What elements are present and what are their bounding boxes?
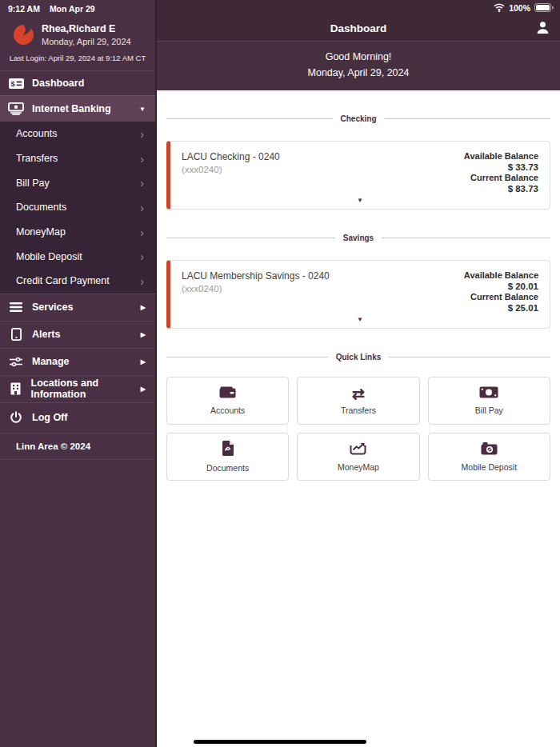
- chevron-right-icon: ›: [140, 153, 144, 165]
- sidebar-item-manage[interactable]: Manage ▶: [0, 348, 155, 375]
- building-icon: [8, 382, 23, 395]
- main-header: 100% Dashboard: [157, 0, 560, 90]
- divider-line: [166, 118, 333, 119]
- quick-link-accounts[interactable]: Accounts: [166, 377, 289, 425]
- transfer-arrows-icon: ⇄: [352, 386, 365, 401]
- sidebar-item-dashboard[interactable]: $ Dashboard: [0, 70, 155, 95]
- subitem-label: Mobile Deposit: [16, 251, 82, 262]
- quick-link-moneymap[interactable]: MoneyMap: [297, 433, 419, 481]
- power-icon: [8, 411, 24, 424]
- sidebar-item-mobile-deposit[interactable]: Mobile Deposit ›: [0, 244, 155, 269]
- divider-line: [385, 118, 551, 119]
- sidebar-item-label: Manage: [32, 356, 70, 367]
- current-balance-label: Current Balance: [464, 173, 538, 184]
- sidebar-item-bill-pay[interactable]: Bill Pay ›: [0, 170, 155, 195]
- quick-link-label: Accounts: [210, 405, 245, 415]
- profile-button[interactable]: [535, 20, 550, 38]
- cash-icon: [8, 102, 24, 115]
- sidebar-item-accounts[interactable]: Accounts ›: [0, 122, 155, 146]
- sidebar-item-log-off[interactable]: Log Off: [0, 402, 155, 433]
- sidebar-item-label: Internet Banking: [32, 103, 111, 114]
- quick-link-label: Bill Pay: [475, 405, 503, 415]
- subitem-label: Transfers: [16, 153, 58, 164]
- wifi-icon: [494, 3, 505, 14]
- copyright-text: Linn Area © 2024: [0, 433, 155, 460]
- divider-line: [389, 357, 550, 358]
- account-name: LACU Checking - 0240: [182, 151, 280, 162]
- sidebar-item-locations-and-information[interactable]: Locations and Information ▶: [0, 375, 155, 402]
- dashboard-check-icon: $: [8, 78, 24, 89]
- status-bar-left: 9:12 AM Mon Apr 29: [0, 0, 155, 14]
- sidebar-item-internet-banking[interactable]: Internet Banking ▼: [0, 95, 155, 122]
- divider-line: [166, 357, 328, 358]
- tablet-icon: [8, 328, 24, 341]
- current-balance-label: Current Balance: [464, 292, 538, 303]
- chevron-right-icon: ›: [140, 226, 144, 238]
- account-balances: Available Balance $ 33.73 Current Balanc…: [464, 151, 538, 194]
- quick-link-transfers[interactable]: ⇄ Transfers: [297, 377, 419, 425]
- chevron-right-icon: ›: [140, 275, 144, 287]
- section-divider-savings: Savings: [166, 234, 550, 242]
- divider-line: [382, 238, 550, 238]
- sidebar-filler: [0, 460, 155, 747]
- chevron-right-filled-icon: ▶: [141, 358, 146, 366]
- sidebar-item-label: Locations and Information: [31, 377, 147, 400]
- sidebar-item-transfers[interactable]: Transfers ›: [0, 146, 155, 171]
- quick-link-bill-pay[interactable]: Bill Pay: [428, 377, 550, 425]
- quick-link-label: Documents: [206, 463, 249, 473]
- account-name: LACU Membership Savings - 0240: [182, 270, 330, 282]
- camera-icon: [481, 442, 498, 458]
- account-balances: Available Balance $ 20.01 Current Balanc…: [464, 270, 538, 314]
- current-balance-value: $ 83.73: [464, 184, 538, 195]
- divider-line: [166, 238, 335, 238]
- sidebar-item-alerts[interactable]: Alerts ▶: [0, 321, 155, 348]
- quick-link-label: Transfers: [341, 405, 376, 415]
- subitem-label: Documents: [16, 202, 66, 213]
- available-balance-value: $ 20.01: [464, 282, 538, 293]
- available-balance-value: $ 33.73: [464, 162, 538, 174]
- subitem-label: Credit Card Payment: [16, 275, 110, 286]
- sidebar-item-credit-card-payment[interactable]: Credit Card Payment ›: [0, 269, 155, 294]
- svg-text:$: $: [10, 79, 15, 88]
- user-date: Monday, April 29, 2024: [42, 37, 131, 46]
- subitem-label: Accounts: [16, 128, 57, 139]
- section-label: Quick Links: [336, 353, 382, 362]
- dashboard-content: Checking LACU Checking - 0240 (xxx0240) …: [157, 90, 560, 747]
- quick-link-mobile-deposit[interactable]: Mobile Deposit: [428, 433, 550, 481]
- subitem-label: Bill Pay: [16, 178, 50, 189]
- chevron-right-icon: ›: [140, 250, 144, 262]
- account-info: LACU Membership Savings - 0240 (xxx0240): [182, 270, 330, 314]
- battery-percent-text: 100%: [509, 3, 530, 13]
- home-indicator-handle[interactable]: [194, 740, 366, 745]
- quick-link-documents[interactable]: Documents: [166, 433, 289, 481]
- account-masked-number: (xxx0240): [182, 165, 280, 174]
- chevron-right-filled-icon: ▶: [141, 385, 146, 393]
- chevron-right-icon: ›: [140, 177, 144, 189]
- chevron-right-filled-icon: ▶: [141, 331, 146, 338]
- wallet-icon: [219, 386, 236, 401]
- sidebar-item-label: Services: [32, 302, 73, 313]
- savings-account-card[interactable]: LACU Membership Savings - 0240 (xxx0240)…: [166, 260, 550, 329]
- sidebar-item-label: Alerts: [32, 329, 60, 340]
- sidebar-item-moneymap[interactable]: MoneyMap ›: [0, 220, 155, 245]
- status-time: 9:12 AM: [8, 4, 40, 14]
- sliders-icon: [8, 357, 24, 367]
- greeting-banner: Good Morning! Monday, April 29, 2024: [157, 42, 560, 90]
- section-divider-checking: Checking: [166, 114, 550, 123]
- status-bar-right: 100%: [157, 0, 560, 16]
- account-info: LACU Checking - 0240 (xxx0240): [182, 151, 280, 194]
- checking-account-card[interactable]: LACU Checking - 0240 (xxx0240) Available…: [166, 141, 550, 210]
- sidebar-item-services[interactable]: Services ▶: [0, 294, 155, 321]
- sidebar: 9:12 AM Mon Apr 29 Rhea,Richard E Monday…: [0, 0, 157, 747]
- expand-card-chevron-down-icon[interactable]: ▼: [352, 314, 368, 325]
- section-label: Savings: [343, 234, 374, 242]
- status-date: Mon Apr 29: [50, 4, 95, 14]
- expand-card-chevron-down-icon[interactable]: ▼: [352, 195, 368, 206]
- pdf-file-icon: [222, 441, 234, 459]
- account-masked-number: (xxx0240): [182, 284, 330, 294]
- chevron-right-filled-icon: ▶: [141, 304, 146, 311]
- sidebar-item-documents[interactable]: Documents ›: [0, 195, 155, 220]
- banknote-icon: [479, 386, 498, 401]
- user-text: Rhea,Richard E Monday, April 29, 2024: [42, 23, 131, 46]
- quick-link-label: MoneyMap: [338, 462, 379, 472]
